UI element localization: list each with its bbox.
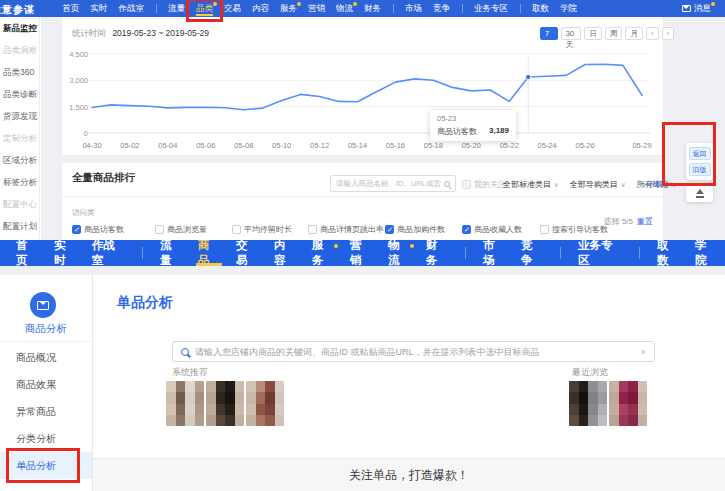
range-button[interactable]: 日: [584, 27, 602, 40]
sidebar-item[interactable]: 分类分析: [0, 425, 92, 452]
messages-button[interactable]: 消息: [682, 0, 711, 17]
reset-link[interactable]: 重置: [637, 217, 653, 226]
nav-item-label: 首页: [63, 3, 80, 15]
range-button[interactable]: 30天: [561, 27, 582, 40]
top-nav-item[interactable]: 业务专区: [474, 0, 508, 17]
bottom-nav-item[interactable]: 流量: [160, 240, 182, 266]
recommended-product-thumb[interactable]: [166, 381, 204, 426]
top-sidebar-item[interactable]: 配置计划: [0, 215, 39, 237]
metric-checkbox-item[interactable]: 商品详情页跳出率: [308, 224, 384, 235]
prev-arrow-button[interactable]: ‹: [646, 27, 659, 40]
top-nav-item[interactable]: 竞争: [433, 0, 450, 17]
range-button[interactable]: 周: [605, 27, 623, 40]
ranking-search-input[interactable]: [336, 179, 441, 188]
checkbox-checked-icon[interactable]: [72, 225, 81, 234]
top-sidebar-item[interactable]: 定制分析: [0, 127, 39, 149]
bottom-nav-item[interactable]: 首页: [16, 240, 38, 266]
clear-icon[interactable]: ×: [641, 347, 646, 357]
sidebar-item[interactable]: 异常商品: [0, 398, 92, 425]
bottom-nav-item[interactable]: 交易: [236, 240, 258, 266]
x-axis-tick-label: 05-02: [120, 141, 139, 150]
bottom-nav-item[interactable]: 业务专区: [578, 240, 622, 266]
thumb-pixel: [206, 415, 216, 426]
bottom-nav-item[interactable]: 学院: [695, 240, 717, 266]
top-sidebar-item[interactable]: 品类360: [0, 61, 39, 83]
checkbox-checked-icon[interactable]: [385, 225, 394, 234]
top-nav-item[interactable]: 服务: [280, 0, 297, 17]
top-nav-item[interactable]: 内容: [252, 0, 269, 17]
top-nav-item[interactable]: 作战室: [119, 0, 145, 17]
thumb-pixel: [588, 392, 598, 403]
category-dropdown[interactable]: 全部导购类目: [570, 179, 626, 190]
item-search-input[interactable]: [195, 347, 635, 357]
recommended-product-thumb[interactable]: [206, 381, 244, 426]
bottom-nav-item[interactable]: 物流: [388, 240, 410, 266]
top-sidebar-item[interactable]: 品类诊断: [0, 83, 39, 105]
bottom-nav-item[interactable]: 取数: [657, 240, 679, 266]
range-button[interactable]: 月: [625, 27, 643, 40]
next-arrow-button[interactable]: ›: [662, 27, 675, 40]
notification-dot-icon: [353, 2, 357, 6]
visitors-line-chart[interactable]: [80, 50, 655, 136]
metric-label: 商品加购件数: [397, 224, 445, 235]
top-sidebar-item[interactable]: 区域分析: [0, 149, 39, 171]
top-nav-item[interactable]: 交易: [224, 0, 241, 17]
top-sidebar-item[interactable]: 货源发现: [0, 105, 39, 127]
top-sidebar-item[interactable]: 品类洞察: [0, 39, 39, 61]
checkbox-unchecked-icon[interactable]: [540, 225, 549, 234]
recent-product-thumb[interactable]: [569, 381, 607, 426]
return-button[interactable]: 返回: [689, 147, 711, 160]
sidebar-item[interactable]: 单品分析: [0, 452, 92, 479]
top-sidebar-item[interactable]: 配置中心: [0, 193, 39, 215]
bottom-nav-item[interactable]: 作战室: [92, 240, 125, 266]
bottom-nav-item[interactable]: 商品: [198, 240, 220, 266]
bottom-nav-item[interactable]: 实时: [54, 240, 76, 266]
top-nav-item[interactable]: 物流: [336, 0, 353, 17]
checkbox-checked-icon[interactable]: [462, 225, 471, 234]
thumb-pixel: [195, 404, 205, 415]
checkbox-unchecked-icon[interactable]: [308, 225, 317, 234]
top-nav-item[interactable]: 品类: [196, 0, 213, 17]
old-version-button[interactable]: 旧版: [689, 163, 711, 176]
metric-checkbox-item[interactable]: 商品访客数: [72, 224, 124, 235]
metric-checkbox-item[interactable]: 商品浏览量: [155, 224, 207, 235]
top-nav-item[interactable]: 学院: [560, 0, 577, 17]
my-follow-checkbox[interactable]: 我的关注: [462, 179, 506, 190]
checkbox-unchecked-icon[interactable]: [155, 225, 164, 234]
recent-product-thumb[interactable]: [609, 381, 647, 426]
thumb-pixel: [609, 404, 619, 415]
category-dropdown[interactable]: 全部标准类目: [503, 179, 559, 190]
bottom-nav-item[interactable]: 竞争: [521, 240, 543, 266]
top-nav-item[interactable]: 实时: [91, 0, 108, 17]
top-sidebar-item[interactable]: 标签分析: [0, 171, 39, 193]
metric-checkbox-item[interactable]: 平均停留时长: [232, 224, 292, 235]
top-nav-item[interactable]: 营销: [308, 0, 325, 17]
metric-checkbox-item[interactable]: 搜索引导访客数: [540, 224, 608, 235]
top-nav-item[interactable]: 财务: [364, 0, 381, 17]
bottom-nav-item[interactable]: 财务: [426, 240, 448, 266]
sidebar-item[interactable]: 商品概况: [0, 344, 92, 371]
thumb-pixel: [185, 415, 195, 426]
top-nav-item[interactable]: 首页: [63, 0, 80, 17]
metric-checkbox-item[interactable]: 商品加购件数: [385, 224, 445, 235]
thumb-pixel: [206, 392, 216, 403]
bottom-nav-item[interactable]: 营销: [350, 240, 372, 266]
thumb-pixel: [628, 381, 638, 392]
bottom-nav-item[interactable]: 市场: [483, 240, 505, 266]
top-nav-item[interactable]: 流量: [168, 0, 185, 17]
bottom-nav-item[interactable]: 服务: [312, 240, 334, 266]
range-button[interactable]: 7天: [540, 27, 558, 40]
top-sidebar: 新品监控品类洞察品类360品类诊断货源发现定制分析区域分析标签分析配置中心配置计…: [0, 17, 40, 240]
checkbox-unchecked-icon[interactable]: [232, 225, 241, 234]
recommended-product-thumb[interactable]: [246, 381, 284, 426]
download-link[interactable]: 下载: [642, 179, 663, 190]
top-nav-item[interactable]: 取数: [532, 0, 549, 17]
top-nav-item[interactable]: 市场: [405, 0, 422, 17]
bottom-nav-item[interactable]: 内容: [274, 240, 296, 266]
metric-checkbox-item[interactable]: 商品收藏人数: [462, 224, 522, 235]
app-logo[interactable]: 生意参谋: [0, 3, 35, 17]
back-to-top-button[interactable]: [686, 184, 713, 202]
thumb-pixel: [569, 415, 579, 426]
top-sidebar-item[interactable]: 新品监控: [0, 17, 39, 39]
sidebar-item[interactable]: 商品效果: [0, 371, 92, 398]
